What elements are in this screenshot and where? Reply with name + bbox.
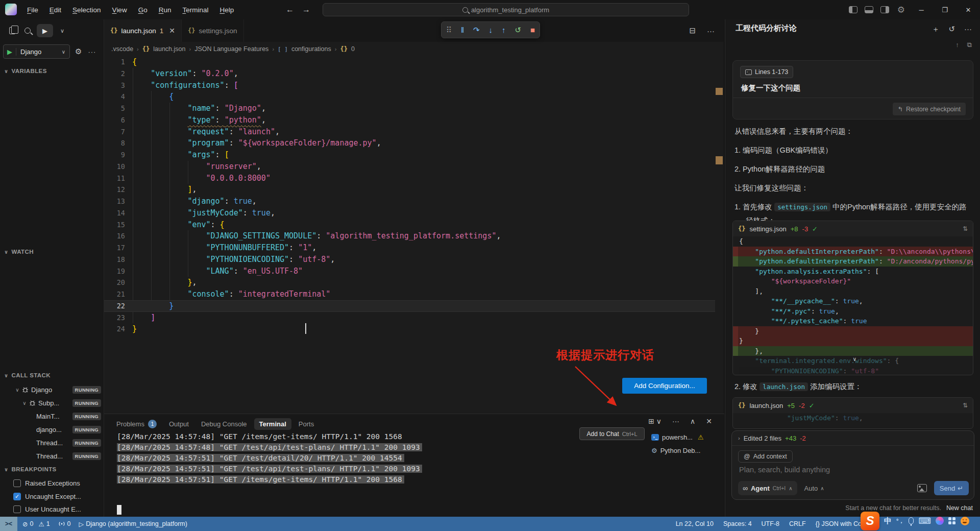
- restore-checkpoint-button[interactable]: ↰ Restore checkpoint: [893, 103, 966, 115]
- toggle-panel-icon[interactable]: [865, 6, 873, 13]
- toolbox-icon[interactable]: [948, 517, 956, 525]
- diff-card-header[interactable]: {} settings.json +8-3 ✓ ⇅: [733, 221, 973, 236]
- close-panel-icon[interactable]: ✕: [706, 417, 712, 425]
- edited-files-summary[interactable]: › Edited 2 files +43 -2: [732, 431, 974, 446]
- remote-indicator[interactable]: ><: [0, 517, 17, 531]
- breadcrumb-item[interactable]: configurations: [291, 45, 331, 53]
- code-line[interactable]: 19 "LANG": "en_US.UTF-8": [104, 266, 715, 277]
- code-line[interactable]: 11 "0.0.0.0:8000": [104, 173, 715, 184]
- maximize-panel-icon[interactable]: ∧: [690, 417, 695, 425]
- send-button[interactable]: Send↵: [934, 481, 969, 495]
- code-line[interactable]: 23 ]: [104, 312, 715, 324]
- code-line[interactable]: 8 "program": "${workspaceFolder}/manage.…: [104, 137, 715, 149]
- code-line[interactable]: 24}: [104, 323, 715, 335]
- drag-handle-icon[interactable]: ⠿: [446, 26, 452, 35]
- code-line[interactable]: 18 "PYTHONIOENCODING": "utf-8",: [104, 254, 715, 266]
- callstack-row[interactable]: Thread... RUNNING: [0, 436, 104, 449]
- maximize-button[interactable]: ❐: [933, 0, 957, 19]
- step-into-icon[interactable]: ↓: [489, 26, 493, 34]
- more-actions-icon[interactable]: ···: [672, 417, 679, 425]
- callstack-row[interactable]: django... RUNNING: [0, 423, 104, 436]
- more-actions-icon[interactable]: ···: [88, 48, 96, 56]
- split-editor-icon[interactable]: ⊟: [689, 26, 696, 35]
- emoji-icon[interactable]: [961, 517, 969, 525]
- breakpoint-row[interactable]: User Uncaught E...: [0, 503, 104, 516]
- context-chip[interactable]: ›_ Lines 1-173: [740, 66, 793, 78]
- breadcrumb[interactable]: .vscode›{}launch.json›JSON Language Feat…: [104, 42, 724, 56]
- code-line[interactable]: 9 "args": [: [104, 149, 715, 161]
- add-context-button[interactable]: @Add context: [738, 450, 793, 463]
- code-line[interactable]: 14 "justMyCode": true,: [104, 207, 715, 219]
- step-over-icon[interactable]: ↷: [473, 26, 480, 35]
- minimize-button[interactable]: ─: [910, 0, 933, 19]
- attach-image-icon[interactable]: [917, 484, 927, 492]
- restart-icon[interactable]: ↺: [514, 26, 521, 35]
- breakpoint-row[interactable]: ✓ Uncaught Except...: [0, 490, 104, 503]
- skin-palette-icon[interactable]: [936, 517, 944, 525]
- code-line[interactable]: 10 "runserver",: [104, 161, 715, 173]
- menu-go[interactable]: Go: [133, 4, 153, 16]
- checkbox[interactable]: [13, 505, 21, 513]
- diff-card-settings[interactable]: {} settings.json +8-3 ✓ ⇅ { "python.defa…: [732, 221, 973, 375]
- editor-scrollbar[interactable]: [716, 56, 723, 433]
- code-line[interactable]: 3 "configurations": [: [104, 80, 715, 91]
- callstack-row[interactable]: MainT... RUNNING: [0, 409, 104, 423]
- status-item[interactable]: {} JSON with Co: [816, 520, 862, 527]
- menu-edit[interactable]: Edit: [44, 4, 67, 16]
- variables-section-header[interactable]: ∨VARIABLES: [0, 64, 104, 78]
- command-center-search[interactable]: algorithm_testing_platform: [323, 3, 689, 16]
- broadcast-status[interactable]: 0: [58, 520, 71, 527]
- panel-tab-debug-console[interactable]: Debug Console: [196, 418, 252, 430]
- debug-settings-gear-icon[interactable]: ⚙: [75, 47, 82, 56]
- chevron-down-icon[interactable]: ∨: [853, 356, 856, 363]
- keyboard-icon[interactable]: ⌨: [918, 516, 931, 526]
- code-line[interactable]: 20 },: [104, 277, 715, 288]
- expand-icon[interactable]: ⇅: [963, 225, 968, 232]
- search-icon[interactable]: [24, 28, 31, 34]
- code-line[interactable]: 1{: [104, 56, 715, 68]
- status-item[interactable]: CRLF: [789, 520, 806, 527]
- step-out-icon[interactable]: ↑: [502, 26, 506, 34]
- code-line[interactable]: 16 "DJANGO_SETTINGS_MODULE": "algorithm_…: [104, 230, 715, 242]
- chat-input-placeholder[interactable]: Plan, search, build anything: [739, 466, 830, 474]
- toggle-secondary-sidebar-icon[interactable]: [880, 6, 889, 13]
- breakpoints-section-header[interactable]: ∨BREAKPOINTS: [0, 463, 104, 476]
- nav-back-icon[interactable]: ←: [286, 5, 294, 14]
- start-debug-icon[interactable]: ▶: [4, 48, 16, 56]
- tab-launch.json[interactable]: {} launch.json1 ✕: [104, 19, 182, 42]
- menu-terminal[interactable]: Terminal: [177, 4, 214, 16]
- panel-tab-ports[interactable]: Ports: [293, 418, 319, 430]
- debug-config-dropdown[interactable]: ▶ Django ∨: [3, 44, 70, 59]
- menu-help[interactable]: Help: [214, 4, 239, 16]
- code-line[interactable]: 17 "PYTHONUNBUFFERED": "1",: [104, 242, 715, 254]
- code-line[interactable]: 15 "env": {: [104, 219, 715, 231]
- code-line[interactable]: 7 "request": "launch",: [104, 126, 715, 138]
- checkbox[interactable]: [13, 479, 21, 487]
- add-to-chat-tooltip[interactable]: Add to ChatCtrl+L: [579, 427, 645, 440]
- panel-tab-output[interactable]: Output: [164, 418, 194, 430]
- breadcrumb-item[interactable]: .vscode: [111, 45, 133, 53]
- breadcrumb-item[interactable]: launch.json: [153, 45, 185, 53]
- code-line[interactable]: 12 ],: [104, 184, 715, 196]
- menu-run[interactable]: Run: [153, 4, 177, 16]
- menu-selection[interactable]: Selection: [67, 4, 107, 16]
- stop-icon[interactable]: ■: [530, 26, 535, 34]
- open-editor-icon[interactable]: ⧉: [967, 41, 972, 49]
- scroll-top-icon[interactable]: ↑: [955, 41, 959, 49]
- menu-view[interactable]: View: [107, 4, 133, 16]
- toggle-sidebar-icon[interactable]: [849, 6, 857, 13]
- breadcrumb-item[interactable]: JSON Language Features: [194, 45, 268, 53]
- status-item[interactable]: UTF-8: [762, 520, 779, 527]
- agent-mode-dropdown[interactable]: ∞ Agent Ctrl+I ∧: [738, 481, 797, 495]
- copy-icon[interactable]: [9, 27, 15, 34]
- pause-icon[interactable]: ‖: [461, 26, 464, 34]
- code-line[interactable]: 6 "type": "python",: [104, 114, 715, 126]
- status-item[interactable]: Spaces: 4: [723, 520, 752, 527]
- problems-status[interactable]: ⊘0 ⚠1: [22, 520, 50, 528]
- callstack-section-header[interactable]: ∨CALL STACK: [0, 369, 104, 382]
- terminal-output[interactable]: [28/Mar/2025 14:57:48] "GET /items/get-i…: [117, 431, 422, 485]
- tab-settings.json[interactable]: {} settings.json: [182, 19, 244, 42]
- ime-lang-icon[interactable]: 中: [884, 516, 892, 526]
- checkbox[interactable]: ✓: [13, 493, 21, 500]
- callstack-row[interactable]: ∨ Subp... RUNNING: [0, 396, 104, 409]
